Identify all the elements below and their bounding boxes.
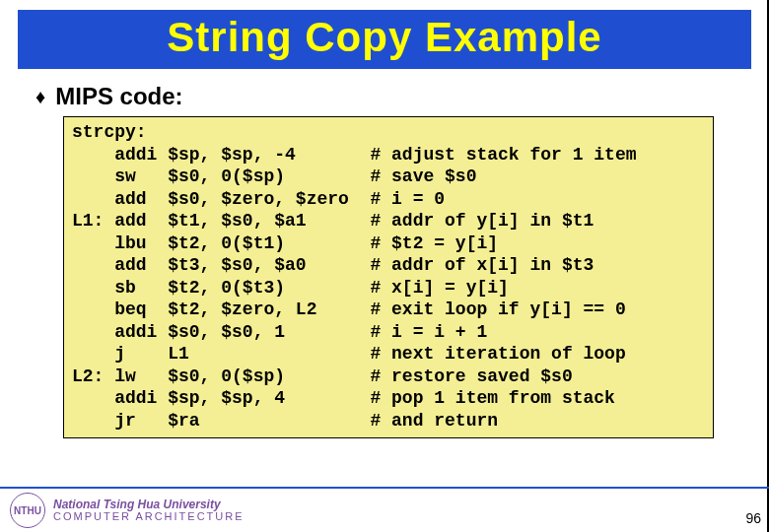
slide-title: String Copy Example xyxy=(18,14,751,61)
university-logo-icon: NTHU xyxy=(10,493,45,528)
footer: NTHU National Tsing Hua University COMPU… xyxy=(0,487,769,532)
university-name: National Tsing Hua University xyxy=(53,499,245,511)
page-number: 96 xyxy=(745,510,761,526)
title-bar: String Copy Example xyxy=(18,10,751,69)
footer-inner: NTHU National Tsing Hua University COMPU… xyxy=(0,489,769,532)
diamond-bullet-icon: ♦ xyxy=(35,86,45,108)
code-block: strcpy: addi $sp, $sp, -4 # adjust stack… xyxy=(63,116,714,438)
university-subtitle: COMPUTER ARCHITECTURE xyxy=(53,511,245,523)
content-area: ♦ MIPS code: strcpy: addi $sp, $sp, -4 #… xyxy=(0,69,769,438)
bullet-row: ♦ MIPS code: xyxy=(35,83,734,110)
logo-abbrev: NTHU xyxy=(14,505,41,516)
subheading: MIPS code: xyxy=(55,83,182,110)
university-text: National Tsing Hua University COMPUTER A… xyxy=(53,499,245,522)
